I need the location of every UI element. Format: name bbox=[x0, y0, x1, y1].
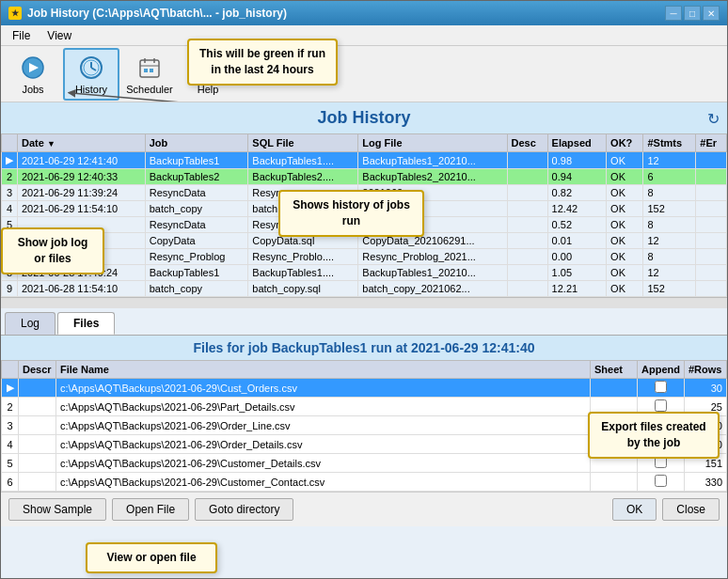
col-header-sql[interactable]: SQL File bbox=[248, 134, 358, 152]
row-descr bbox=[19, 435, 56, 454]
row-desc bbox=[507, 249, 547, 265]
row-indicator: 9 bbox=[2, 281, 18, 297]
row-err bbox=[696, 281, 727, 297]
app-icon: ★ bbox=[8, 7, 22, 20]
table-row[interactable]: ▶ 2021-06-29 12:41:40 BackupTables1 Back… bbox=[2, 152, 727, 169]
tooltip-green-info: This will be green if run in the last 24… bbox=[187, 39, 338, 86]
row-job: ResyncData bbox=[145, 185, 248, 201]
row-rows: 30 bbox=[685, 379, 727, 398]
row-err bbox=[696, 217, 727, 233]
row-date: 2021-06-29 12:41:40 bbox=[18, 152, 146, 169]
files-col-sheet[interactable]: Sheet bbox=[591, 361, 638, 379]
row-date: 2021-06-28 11:54:10 bbox=[18, 281, 146, 297]
history-table-container[interactable]: Date ▼ Job SQL File Log File Desc Elapse… bbox=[1, 133, 727, 297]
col-header-date[interactable]: Date ▼ bbox=[18, 134, 146, 152]
row-job: batch_copy bbox=[145, 281, 248, 297]
title-controls: ─ □ ✕ bbox=[665, 6, 720, 21]
history-hscroll[interactable] bbox=[1, 297, 727, 308]
row-job: ResyncData bbox=[145, 217, 248, 233]
files-col-rows[interactable]: #Rows bbox=[685, 361, 727, 379]
col-header-err[interactable]: #Er bbox=[696, 134, 727, 152]
row-elapsed: 12.21 bbox=[547, 281, 607, 297]
open-file-button[interactable]: Open File bbox=[112, 498, 189, 521]
toolbar-jobs[interactable]: Jobs bbox=[5, 49, 61, 100]
goto-directory-button[interactable]: Goto directory bbox=[195, 498, 293, 521]
history-label: History bbox=[75, 84, 107, 95]
row-sql: batch_copy.sql bbox=[248, 281, 358, 297]
menu-file[interactable]: File bbox=[5, 27, 38, 43]
row-sql: BackupTables2.... bbox=[248, 169, 358, 185]
row-indicator: 3 bbox=[2, 416, 19, 435]
bottom-bar: Show Sample Open File Goto directory OK … bbox=[1, 492, 727, 526]
row-err bbox=[696, 185, 727, 201]
row-stmts: 12 bbox=[643, 233, 696, 249]
show-sample-button[interactable]: Show Sample bbox=[8, 498, 106, 521]
tab-log[interactable]: Log bbox=[5, 312, 55, 335]
minimize-button[interactable]: ─ bbox=[665, 6, 682, 21]
row-err bbox=[696, 265, 727, 281]
table-row[interactable]: 9 2021-06-28 11:54:10 batch_copy batch_c… bbox=[2, 281, 727, 297]
refresh-button[interactable]: ↻ bbox=[707, 110, 720, 128]
close-window-button[interactable]: ✕ bbox=[703, 6, 720, 21]
table-row[interactable]: 8 2021-06-28 17:49:24 BackupTables1 Back… bbox=[2, 265, 727, 281]
col-header-desc[interactable]: Desc bbox=[507, 134, 547, 152]
maximize-button[interactable]: □ bbox=[684, 6, 701, 21]
tooltip-show-job-log: Show job log or files bbox=[1, 227, 104, 274]
row-append bbox=[638, 473, 685, 492]
col-header-stmts[interactable]: #Stmts bbox=[643, 134, 696, 152]
row-file: c:\Apps\AQT\Backups\2021-06-29\Order_Lin… bbox=[56, 416, 591, 435]
table-row[interactable]: 6 c:\Apps\AQT\Backups\2021-06-29\Custome… bbox=[2, 473, 727, 492]
row-file: c:\Apps\AQT\Backups\2021-06-29\Order_Det… bbox=[56, 435, 591, 454]
jobs-label: Jobs bbox=[22, 84, 43, 95]
col-header-log[interactable]: Log File bbox=[358, 134, 507, 152]
row-elapsed: 12.42 bbox=[547, 201, 607, 217]
row-descr bbox=[19, 473, 56, 492]
window-title: Job History (C:\Apps\AQT\batch\... - job… bbox=[27, 7, 287, 20]
row-job: BackupTables2 bbox=[145, 169, 248, 185]
files-table-container[interactable]: Descr File Name Sheet Append #Rows ▶ c:\… bbox=[1, 360, 727, 492]
row-elapsed: 0.94 bbox=[547, 169, 607, 185]
row-ok: OK bbox=[607, 185, 643, 201]
append-checkbox[interactable] bbox=[655, 399, 667, 412]
row-job: BackupTables1 bbox=[145, 265, 248, 281]
row-log: BackupTables2_20210... bbox=[358, 169, 507, 185]
col-header-elapsed[interactable]: Elapsed bbox=[547, 134, 607, 152]
row-sql: Resync_Problo.... bbox=[248, 249, 358, 265]
row-desc bbox=[507, 185, 547, 201]
scheduler-icon bbox=[135, 54, 164, 82]
row-indicator: ▶ bbox=[2, 152, 18, 169]
row-rows: 330 bbox=[685, 473, 727, 492]
row-descr bbox=[19, 379, 56, 398]
table-row[interactable]: 2 2021-06-29 12:40:33 BackupTables2 Back… bbox=[2, 169, 727, 185]
history-icon bbox=[77, 54, 105, 82]
col-header-ok[interactable]: OK? bbox=[607, 134, 643, 152]
files-col-row[interactable] bbox=[2, 361, 19, 379]
append-checkbox[interactable] bbox=[655, 475, 667, 487]
files-col-append[interactable]: Append bbox=[638, 361, 685, 379]
row-descr bbox=[19, 454, 56, 473]
row-indicator: 6 bbox=[2, 473, 19, 492]
menu-view[interactable]: View bbox=[40, 27, 79, 43]
main-content: Job History ↻ Date ▼ Job SQL File Log Fi… bbox=[1, 102, 727, 578]
files-col-filename[interactable]: File Name bbox=[56, 361, 591, 379]
col-header-job[interactable]: Job bbox=[145, 134, 248, 152]
row-err bbox=[696, 233, 727, 249]
ok-button[interactable]: OK bbox=[612, 498, 657, 521]
toolbar-scheduler[interactable]: Scheduler bbox=[121, 49, 178, 100]
row-file: c:\Apps\AQT\Backups\2021-06-29\Part_Deta… bbox=[56, 398, 591, 416]
svg-line-5 bbox=[91, 68, 96, 70]
col-header-row[interactable] bbox=[2, 134, 18, 152]
row-log: BackupTables1_20210... bbox=[358, 265, 507, 281]
toolbar-history[interactable]: History bbox=[63, 48, 119, 101]
close-button[interactable]: Close bbox=[662, 498, 720, 521]
files-col-descr[interactable]: Descr bbox=[19, 361, 56, 379]
row-elapsed: 0.98 bbox=[547, 152, 607, 169]
table-row[interactable]: 7 Resync_Problog Resync_Problo.... Resyn… bbox=[2, 249, 727, 265]
row-indicator: 5 bbox=[2, 454, 19, 473]
job-history-title: Job History bbox=[317, 108, 410, 127]
append-checkbox[interactable] bbox=[655, 381, 667, 393]
tab-files[interactable]: Files bbox=[57, 312, 115, 335]
right-buttons: OK Close bbox=[612, 498, 720, 521]
scheduler-label: Scheduler bbox=[126, 84, 173, 95]
table-row[interactable]: ▶ c:\Apps\AQT\Backups\2021-06-29\Cust_Or… bbox=[2, 379, 727, 398]
